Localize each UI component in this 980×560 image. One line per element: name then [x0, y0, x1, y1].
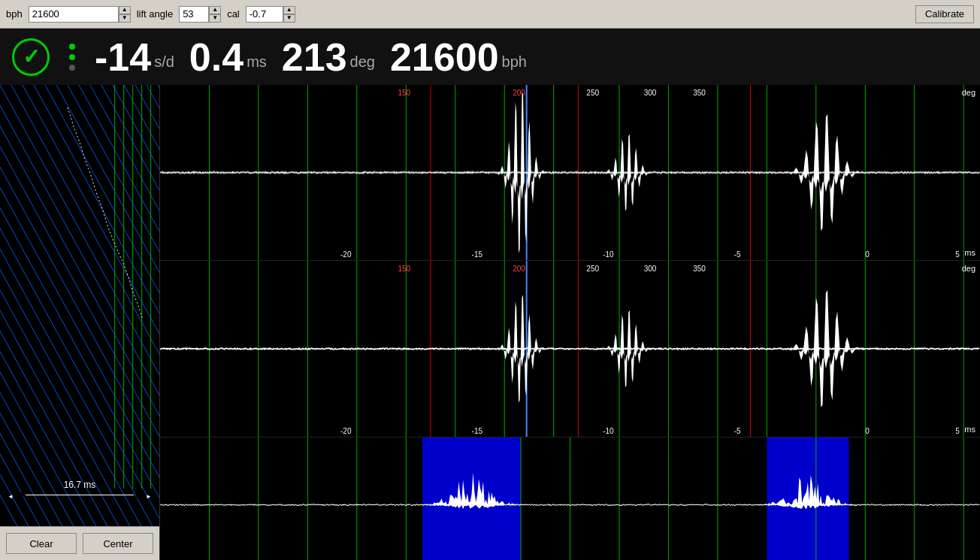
rate-unit: s/d [154, 53, 174, 77]
arrow-right-icon: ► [134, 488, 152, 501]
arrow-line [26, 495, 134, 495]
cal-input-group: ▲ ▼ [246, 6, 295, 23]
chart-1-canvas [160, 85, 980, 260]
deg-value: 213 [282, 38, 347, 77]
clock-icon: ✓ [12, 38, 50, 76]
lift-angle-label: lift angle [137, 8, 173, 20]
bph-input[interactable] [29, 6, 119, 23]
chart-1-ms-label: ms [964, 248, 975, 257]
arrow-left-icon: ◄ [8, 488, 26, 501]
cal-label: cal [227, 8, 240, 20]
clear-button[interactable]: Clear [6, 533, 77, 554]
right-panels: deg ms deg ms [160, 85, 980, 560]
deg-unit: deg [350, 53, 375, 77]
calibrate-button[interactable]: Calibrate [915, 5, 974, 23]
ms-value: 0.4 [189, 38, 243, 77]
bph-down-btn[interactable]: ▼ [119, 14, 131, 23]
status-dot-1 [69, 44, 75, 50]
status-dot-3 [69, 65, 75, 71]
chart-2-canvas [160, 261, 980, 436]
chart-2-ms-label: ms [964, 425, 975, 434]
bph-group: 21600 bph [390, 38, 527, 77]
left-panel: 16.7 ms ◄ ► Clear Center [0, 85, 160, 560]
bph-up-btn[interactable]: ▲ [119, 6, 131, 14]
deg-group: 213 deg [282, 38, 375, 77]
ms-unit: ms [247, 53, 267, 77]
chart-3-canvas [160, 437, 980, 560]
status-dots [69, 44, 75, 71]
timestrip-duration-label: 16.7 ms [64, 480, 96, 490]
toolbar: bph ▲ ▼ lift angle ▲ ▼ cal ▲ ▼ Calibrate [0, 0, 980, 29]
timestrip-canvas[interactable]: 16.7 ms ◄ ► [0, 85, 159, 526]
main-content: 16.7 ms ◄ ► Clear Center deg ms deg ms [0, 85, 980, 560]
bph-spinner: ▲ ▼ [119, 6, 131, 23]
chart-panel-3[interactable] [160, 437, 980, 560]
cal-input[interactable] [246, 6, 283, 23]
bph-value: 21600 [390, 38, 499, 77]
rate-group: -14 s/d [95, 38, 174, 77]
left-buttons: Clear Center [0, 526, 159, 560]
chart-panel-1[interactable]: deg ms [160, 85, 980, 261]
lift-angle-input-group: ▲ ▼ [179, 6, 221, 23]
lift-angle-spinner: ▲ ▼ [209, 6, 221, 23]
lift-angle-input[interactable] [179, 6, 209, 23]
chart-2-deg-label: deg [962, 264, 975, 273]
clock-check-icon: ✓ [23, 44, 40, 69]
bph-input-group: ▲ ▼ [29, 6, 131, 23]
cal-down-btn[interactable]: ▼ [283, 14, 295, 23]
chart-panel-2[interactable]: deg ms [160, 261, 980, 437]
rate-value: -14 [95, 38, 151, 77]
lift-angle-up-btn[interactable]: ▲ [209, 6, 221, 14]
timestrip-diagram [0, 85, 159, 526]
bph-unit: bph [502, 53, 527, 77]
lift-angle-down-btn[interactable]: ▼ [209, 14, 221, 23]
status-dot-2 [69, 54, 75, 60]
center-button[interactable]: Center [83, 533, 153, 554]
bph-label: bph [6, 8, 23, 20]
chart-1-deg-label: deg [962, 88, 975, 97]
ms-group: 0.4 ms [189, 38, 267, 77]
cal-spinner: ▲ ▼ [283, 6, 295, 23]
status-bar: ✓ -14 s/d 0.4 ms 213 deg 21600 bph [0, 29, 980, 85]
timestrip-arrow: ◄ ► [8, 490, 152, 499]
cal-up-btn[interactable]: ▲ [283, 6, 295, 14]
